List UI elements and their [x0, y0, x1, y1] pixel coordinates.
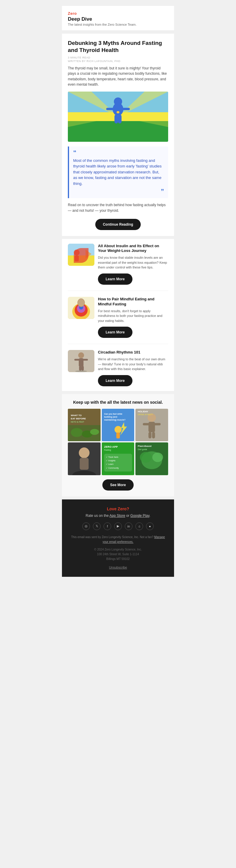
svg-rect-50: [149, 422, 155, 432]
read-time: 3 MINUTE READ: [68, 56, 168, 59]
svg-rect-11: [106, 108, 118, 110]
svg-text:Fasting: Fasting: [104, 449, 111, 451]
article-thumbnail-mindful: [68, 297, 94, 319]
article-content-insulin: All About Insulin and Its Effect on Your…: [98, 244, 168, 285]
unsubscribe-section: Unsubscribe: [68, 564, 168, 570]
svg-point-40: [90, 429, 99, 435]
secondary-articles-card: All About Insulin and Its Effect on Your…: [62, 239, 174, 391]
svg-rect-54: [152, 432, 155, 438]
quote-text: Most of the common myths involving fasti…: [73, 158, 164, 187]
social-heading: Keep up with the all the latest news on …: [68, 400, 168, 405]
facebook-icon[interactable]: f: [104, 523, 111, 530]
social-tile-6[interactable]: Plant-Based Diet guide: [135, 442, 168, 475]
instagram-icon[interactable]: ◎: [82, 523, 90, 530]
svg-rect-30: [79, 366, 81, 371]
svg-text:EAT BEFORE: EAT BEFORE: [71, 417, 86, 420]
social-section: Keep up with the all the latest news on …: [62, 394, 174, 496]
email-header: Zero Deep Dive The latest insights from …: [62, 6, 174, 31]
secondary-article-title-3: Circadian Rhythms 101: [98, 350, 168, 355]
learn-more-button-2[interactable]: Learn More: [98, 327, 132, 338]
svg-text:✓ Insights: ✓ Insights: [106, 460, 115, 462]
svg-rect-28: [74, 359, 80, 361]
email-footer: Love Zero? Rate us on the App Store or G…: [62, 499, 174, 577]
footer-copyright: © 2024 Zero Longevity Science, Inc. 100 …: [68, 547, 168, 561]
svg-point-26: [78, 352, 84, 358]
list-item: How to Pair Mindful Eating and Mindful F…: [68, 297, 168, 344]
svg-rect-46: [116, 432, 120, 438]
svg-text:KETO & FAST: KETO & FAST: [71, 421, 85, 423]
blockquote: “ Most of the common myths involving fas…: [68, 147, 168, 198]
svg-point-38: [71, 428, 82, 437]
svg-point-72: [153, 453, 163, 462]
learn-more-button-1[interactable]: Learn More: [98, 274, 132, 285]
svg-rect-29: [82, 359, 88, 361]
article-content-mindful: How to Pair Mindful Eating and Mindful F…: [98, 297, 168, 338]
social-tile-1[interactable]: WHAT TO EAT BEFORE KETO & FAST: [68, 409, 101, 441]
article-followup-text: Read on to uncover the truth behind how …: [68, 202, 168, 213]
newsletter-title: Deep Dive: [68, 16, 168, 22]
list-item: All About Insulin and Its Effect on Your…: [68, 244, 168, 291]
linkedin-icon[interactable]: in: [125, 523, 132, 530]
twitter-icon[interactable]: 𝕏: [93, 523, 101, 530]
article-thumbnail-insulin: [68, 244, 94, 266]
footer-rate-text: Rate us on the App Store or Google Play.: [68, 514, 168, 518]
secondary-article-desc-1: Did you know that stable insulin levels …: [98, 255, 168, 270]
svg-rect-59: [80, 458, 89, 470]
svg-rect-10: [118, 115, 122, 123]
footer-love-heading: Love Zero?: [68, 506, 168, 511]
svg-rect-15: [68, 255, 94, 266]
main-article-title: Debunking 3 Myths Around Fasting and Thy…: [68, 39, 168, 54]
svg-text:✓ Community: ✓ Community: [106, 467, 119, 469]
svg-point-24: [77, 299, 85, 307]
see-more-button[interactable]: See More: [102, 479, 133, 491]
secondary-article-desc-2: For best results, don't forget to apply …: [98, 309, 168, 323]
svg-point-32: [75, 370, 87, 372]
continue-reading-button[interactable]: Continue Reading: [95, 219, 141, 230]
svg-rect-9: [114, 115, 118, 123]
globe-icon[interactable]: ●: [146, 523, 154, 530]
svg-text:✓ Learn: ✓ Learn: [106, 463, 113, 465]
app-store-link[interactable]: App Store: [109, 514, 125, 518]
tiktok-icon[interactable]: ♫: [135, 523, 143, 530]
svg-rect-52: [154, 423, 161, 425]
social-icons-row: ◎ 𝕏 f ▶ in ♫ ●: [68, 523, 168, 530]
secondary-article-desc-3: We're all marching to the beat of our ow…: [98, 357, 168, 372]
article-intro-text: The thyroid may be small, but it sure is…: [68, 66, 168, 87]
svg-text:HOLIDAY: HOLIDAY: [138, 410, 148, 413]
svg-text:maintaining) muscle?: maintaining) muscle?: [104, 419, 125, 421]
svg-rect-12: [118, 108, 130, 110]
open-quote-icon: “: [73, 150, 164, 156]
svg-text:ZERO APP: ZERO APP: [104, 445, 118, 448]
svg-text:building (and: building (and: [104, 416, 117, 418]
brand-logo: Zero: [68, 11, 168, 16]
manage-preferences-link[interactable]: Manage your email preferences.: [103, 535, 165, 544]
svg-point-8: [114, 97, 122, 106]
list-item: Circadian Rhythms 101 We're all marching…: [68, 350, 168, 386]
svg-text:Diet guide: Diet guide: [138, 448, 147, 451]
learn-more-button-3[interactable]: Learn More: [98, 375, 132, 386]
social-tile-2[interactable]: Can you fast while building (and maintai…: [102, 409, 135, 441]
social-tile-3[interactable]: HOLIDAY DRINK A FAST?: [135, 409, 168, 441]
newsletter-subtitle: The latest insights from the Zero Scienc…: [68, 23, 168, 26]
youtube-icon[interactable]: ▶: [114, 523, 122, 530]
unsubscribe-link[interactable]: Unsubscribe: [109, 565, 127, 569]
hero-image: [68, 92, 168, 142]
google-play-link[interactable]: Google Play: [130, 514, 149, 518]
article-thumbnail-circadian: [68, 350, 94, 372]
email-wrapper: Zero Deep Dive The latest insights from …: [62, 6, 174, 577]
secondary-article-title-1: All About Insulin and Its Effect on Your…: [98, 244, 168, 254]
article-content-circadian: Circadian Rhythms 101 We're all marching…: [98, 350, 168, 386]
social-tile-4[interactable]: [68, 442, 101, 475]
svg-rect-51: [143, 423, 149, 425]
svg-point-16: [74, 250, 80, 255]
author-byline: WRITTEN BY RICH LAFOUNTAIN, PHD: [68, 60, 168, 63]
svg-point-45: [114, 426, 122, 433]
footer-legal-text: This email was sent by Zero Longevity Sc…: [68, 535, 168, 544]
social-grid: WHAT TO EAT BEFORE KETO & FAST Can you f…: [68, 409, 168, 475]
svg-text:✓ Track fasts: ✓ Track fasts: [106, 456, 118, 458]
svg-rect-2: [68, 121, 168, 142]
svg-rect-53: [149, 432, 151, 438]
social-tile-5[interactable]: ZERO APP Fasting ✓ Track fasts ✓ Insight…: [102, 442, 135, 475]
close-quote-icon: ”: [73, 188, 164, 195]
secondary-article-title-2: How to Pair Mindful Eating and Mindful F…: [98, 297, 168, 307]
